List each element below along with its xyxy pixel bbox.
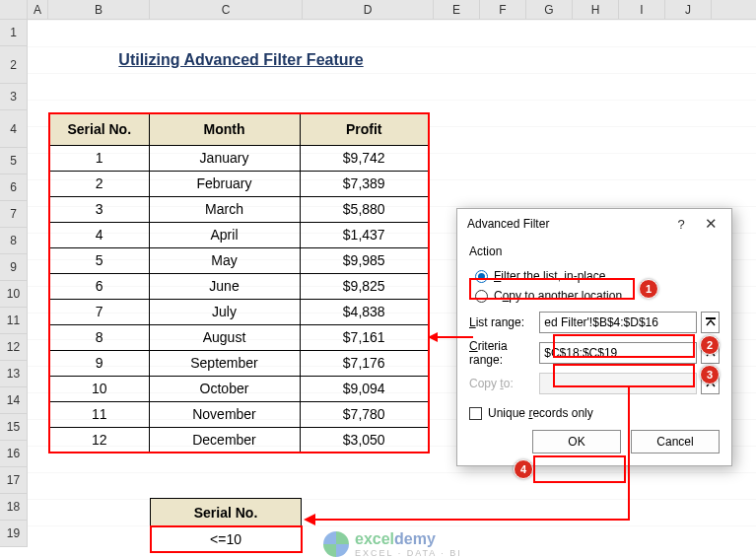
table-row[interactable]: 5May$9,985 [49, 247, 429, 273]
radio-copy-location[interactable]: Copy to another location [469, 286, 720, 306]
advanced-filter-dialog[interactable]: Advanced Filter ? ✕ Action Filter the li… [456, 208, 732, 466]
row-header-19[interactable]: 19 [0, 521, 28, 547]
list-range-row: List range: [469, 312, 720, 333]
cell-month[interactable]: July [149, 299, 300, 324]
table-row[interactable]: 11November$7,780 [49, 401, 429, 427]
row-header-1[interactable]: 1 [0, 20, 28, 46]
cell-month[interactable]: August [149, 324, 300, 350]
col-header-J[interactable]: J [665, 0, 712, 19]
cell-serial[interactable]: 1 [49, 145, 149, 171]
cell-serial[interactable]: 4 [49, 222, 149, 247]
cell-profit[interactable]: $1,437 [300, 222, 429, 247]
cell-profit[interactable]: $5,880 [300, 196, 429, 222]
col-header-A[interactable]: A [28, 0, 48, 19]
row-header-3[interactable]: 3 [0, 84, 28, 110]
dialog-titlebar[interactable]: Advanced Filter ? ✕ [457, 209, 731, 239]
table-row[interactable]: 9September$7,176 [49, 350, 429, 376]
col-header-G[interactable]: G [526, 0, 573, 19]
table-row[interactable]: 7July$4,838 [49, 299, 429, 324]
row-header-18[interactable]: 18 [0, 494, 28, 521]
cell-serial[interactable]: 9 [49, 350, 149, 376]
cell-serial[interactable]: 3 [49, 196, 149, 222]
col-header-E[interactable]: E [434, 0, 480, 19]
table-row[interactable]: 12December$3,050 [49, 427, 429, 453]
cell-profit[interactable]: $7,389 [300, 171, 429, 196]
checkbox-icon[interactable] [469, 407, 482, 420]
cell-month[interactable]: June [149, 273, 300, 299]
col-header-C[interactable]: C [150, 0, 303, 19]
cell-month[interactable]: October [149, 376, 300, 401]
cell-serial[interactable]: 11 [49, 401, 149, 427]
cell-serial[interactable]: 7 [49, 299, 149, 324]
cell-profit[interactable]: $3,050 [300, 427, 429, 453]
col-header-I[interactable]: I [619, 0, 665, 19]
row-header-9[interactable]: 9 [0, 254, 28, 281]
cell-serial[interactable]: 6 [49, 273, 149, 299]
help-icon[interactable]: ? [666, 217, 696, 232]
col-header-H[interactable]: H [573, 0, 619, 19]
cell-profit[interactable]: $4,838 [300, 299, 429, 324]
cell-serial[interactable]: 5 [49, 247, 149, 273]
criteria-range-input[interactable] [539, 342, 697, 364]
row-header-7[interactable]: 7 [0, 201, 28, 228]
cell-profit[interactable]: $9,985 [300, 247, 429, 273]
table-row[interactable]: 2February$7,389 [49, 171, 429, 196]
cell-serial[interactable]: 10 [49, 376, 149, 401]
cell-month[interactable]: January [149, 145, 300, 171]
cell-month[interactable]: April [149, 222, 300, 247]
col-header-B[interactable]: B [48, 0, 150, 19]
cell-profit[interactable]: $7,176 [300, 350, 429, 376]
cell-month[interactable]: December [149, 427, 300, 453]
table-row[interactable]: 3March$5,880 [49, 196, 429, 222]
row-header-4[interactable]: 4 [0, 110, 28, 148]
select-all-corner[interactable] [0, 0, 28, 19]
cancel-button[interactable]: Cancel [631, 430, 720, 453]
table-row[interactable]: 1January$9,742 [49, 145, 429, 171]
col-header-F[interactable]: F [480, 0, 526, 19]
close-icon[interactable]: ✕ [696, 215, 725, 233]
cell-profit[interactable]: $9,742 [300, 145, 429, 171]
table-row[interactable]: 6June$9,825 [49, 273, 429, 299]
header-serial[interactable]: Serial No. [49, 113, 149, 145]
cell-serial[interactable]: 12 [49, 427, 149, 453]
row-header-17[interactable]: 17 [0, 467, 28, 494]
row-header-15[interactable]: 15 [0, 414, 28, 441]
radio-icon[interactable] [475, 270, 488, 283]
row-header-12[interactable]: 12 [0, 334, 28, 361]
table-row[interactable]: 4April$1,437 [49, 222, 429, 247]
data-table[interactable]: Serial No. Month Profit 1January$9,7422F… [48, 112, 430, 453]
criteria-header[interactable]: Serial No. [151, 499, 302, 526]
row-header-8[interactable]: 8 [0, 228, 28, 254]
row-header-10[interactable]: 10 [0, 281, 28, 308]
radio-filter-inplace[interactable]: Filter the list, in-place [469, 266, 720, 286]
row-header-5[interactable]: 5 [0, 148, 28, 174]
cell-profit[interactable]: $7,780 [300, 401, 429, 427]
collapse-dialog-icon[interactable] [701, 312, 720, 333]
row-header-14[interactable]: 14 [0, 387, 28, 414]
cell-profit[interactable]: $9,825 [300, 273, 429, 299]
ok-button[interactable]: OK [532, 430, 621, 453]
header-month[interactable]: Month [149, 113, 300, 145]
col-header-D[interactable]: D [303, 0, 434, 19]
row-header-13[interactable]: 13 [0, 361, 28, 387]
cell-month[interactable]: September [149, 350, 300, 376]
cell-serial[interactable]: 8 [49, 324, 149, 350]
unique-records-row[interactable]: Unique records only [469, 400, 720, 430]
cell-month[interactable]: February [149, 171, 300, 196]
cell-serial[interactable]: 2 [49, 171, 149, 196]
cell-profit[interactable]: $7,161 [300, 324, 429, 350]
row-header-11[interactable]: 11 [0, 308, 28, 334]
cell-month[interactable]: November [149, 401, 300, 427]
cell-month[interactable]: May [149, 247, 300, 273]
criteria-range-row: Criteria range: [469, 339, 720, 367]
row-header-6[interactable]: 6 [0, 174, 28, 201]
row-header-16[interactable]: 16 [0, 441, 28, 467]
cell-profit[interactable]: $9,094 [300, 376, 429, 401]
table-row[interactable]: 8August$7,161 [49, 324, 429, 350]
cell-month[interactable]: March [149, 196, 300, 222]
radio-icon[interactable] [475, 290, 488, 303]
row-header-2[interactable]: 2 [0, 46, 28, 84]
table-row[interactable]: 10October$9,094 [49, 376, 429, 401]
header-profit[interactable]: Profit [300, 113, 429, 145]
list-range-input[interactable] [539, 312, 697, 333]
